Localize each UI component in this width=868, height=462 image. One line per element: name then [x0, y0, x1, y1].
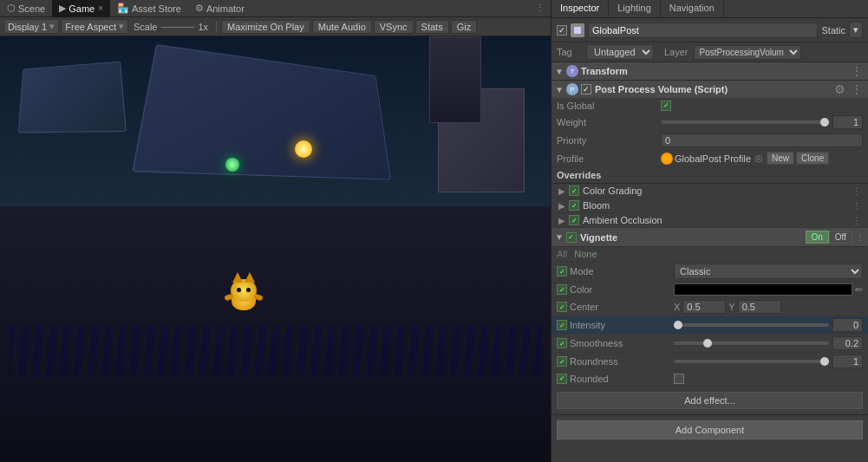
scene-character [232, 279, 256, 300]
display-dropdown[interactable]: Display 1 ▾ [3, 19, 59, 34]
game-viewport [0, 36, 551, 462]
post-process-title: Post Process Volume (Script) [595, 84, 832, 94]
profile-icon [661, 153, 673, 165]
override-ambient-occlusion[interactable]: ▶ Ambient Occlusion ⋮ [551, 213, 868, 228]
center-x-input[interactable] [682, 300, 726, 314]
post-process-icon: P [566, 83, 578, 95]
intensity-check[interactable] [557, 320, 567, 330]
object-icon [571, 23, 584, 37]
scene-bg-box [429, 36, 481, 123]
tab-bar: ⬡ Scene ▶ Game × 🏪 Asset Store ⚙ Animato… [0, 0, 551, 17]
roundness-row-left: Roundness [557, 356, 674, 367]
rounded-check[interactable] [557, 374, 567, 384]
add-component-btn[interactable]: Add Component [557, 420, 863, 439]
color-picker-icon[interactable]: ✏ [855, 284, 863, 296]
scene-object-platform [132, 44, 390, 180]
toolbar-sep-1 [216, 21, 217, 33]
tab-bar-right: ⋮ [532, 3, 551, 14]
stats-btn[interactable]: Stats [415, 20, 449, 34]
vsync-btn[interactable]: VSync [374, 20, 414, 34]
intensity-slider[interactable] [674, 323, 829, 327]
center-x-label: X [674, 302, 680, 312]
center-y-label: Y [728, 302, 734, 312]
gizmos-btn[interactable]: Giz [451, 20, 478, 34]
mode-label: Mode [570, 266, 674, 277]
profile-btn-group: New Clone [767, 152, 829, 165]
override-bloom[interactable]: ▶ Bloom ⋮ [551, 198, 868, 213]
weight-value: 1 [661, 115, 863, 129]
bloom-check[interactable] [569, 200, 579, 211]
add-effect-btn[interactable]: Add effect... [557, 392, 863, 409]
tab-asset-store[interactable]: 🏪 Asset Store [110, 0, 188, 17]
maximize-on-play-btn[interactable]: Maximize On Play [221, 20, 310, 34]
none-btn[interactable]: None [574, 249, 597, 259]
scene-glow-1 [295, 140, 312, 158]
mode-row: Mode Classic [551, 262, 868, 282]
center-value: X Y [674, 300, 863, 314]
object-active-checkbox[interactable] [557, 25, 567, 36]
vignette-off-btn[interactable]: Off [829, 231, 852, 244]
profile-row: Profile GlobalPost Profile ◎ New Clone [551, 150, 868, 167]
priority-input[interactable] [661, 133, 863, 147]
center-check[interactable] [557, 302, 567, 312]
tab-animator[interactable]: ⚙ Animator [188, 0, 251, 17]
ambient-occlusion-check[interactable] [569, 215, 579, 225]
rounded-label: Rounded [570, 374, 674, 384]
ambient-occlusion-arrow: ▶ [558, 216, 565, 225]
static-dropdown-btn[interactable]: ▾ [849, 22, 863, 38]
tab-lighting[interactable]: Lighting [609, 0, 661, 17]
vignette-menu-btn[interactable]: ⋮ [856, 232, 865, 242]
mute-audio-btn[interactable]: Mute Audio [312, 20, 372, 34]
object-name-input[interactable] [588, 23, 818, 38]
profile-picker-btn[interactable]: ◎ [754, 153, 763, 164]
tab-inspector[interactable]: Inspector [551, 0, 609, 17]
mode-check[interactable] [557, 266, 567, 277]
color-grading-check[interactable] [569, 185, 579, 196]
mode-select[interactable]: Classic [674, 264, 863, 279]
weight-number: 1 [832, 115, 863, 129]
post-process-settings-btn[interactable]: ⚙ [832, 83, 847, 95]
weight-slider[interactable] [661, 120, 829, 124]
is-global-checkbox[interactable] [661, 101, 671, 111]
tab-game[interactable]: ▶ Game × [52, 0, 110, 17]
tab-navigation[interactable]: Navigation [661, 0, 724, 17]
post-process-header[interactable]: ▼ P Post Process Volume (Script) ⚙ ⋮ [551, 81, 868, 98]
color-label: Color [570, 284, 674, 295]
post-process-active-checkbox[interactable] [581, 84, 591, 94]
vignette-on-btn[interactable]: On [806, 231, 829, 244]
bloom-arrow: ▶ [558, 201, 565, 211]
vignette-header[interactable]: ▼ Vignette On Off ⋮ [551, 228, 868, 247]
smoothness-check[interactable] [557, 338, 567, 348]
transform-header[interactable]: ▼ T Transform ⋮ [551, 62, 868, 80]
center-row: Center X Y [551, 298, 868, 316]
static-label: Static [821, 25, 845, 36]
tag-select[interactable]: Untagged [586, 44, 654, 60]
all-label: All [557, 249, 567, 259]
rounded-checkbox[interactable] [674, 374, 684, 384]
post-process-menu-btn[interactable]: ⋮ [849, 83, 865, 95]
mode-value: Classic [674, 264, 863, 279]
vignette-check[interactable] [566, 232, 577, 243]
override-color-grading[interactable]: ▶ Color Grading ⋮ [551, 184, 868, 198]
color-swatch[interactable] [674, 283, 852, 296]
inspector-tab-bar: Inspector Lighting Navigation [551, 0, 868, 18]
aspect-dropdown[interactable]: Free Aspect ▾ [61, 19, 128, 34]
profile-clone-btn[interactable]: Clone [796, 152, 829, 165]
roundness-check[interactable] [557, 356, 567, 367]
tab-menu-icon[interactable]: ⋮ [532, 3, 547, 14]
center-y-input[interactable] [738, 300, 781, 314]
smoothness-slider[interactable] [674, 342, 829, 345]
tag-layer-row: Tag Untagged Layer PostProcessingVolum [551, 42, 868, 62]
tab-scene[interactable]: ⬡ Scene [0, 0, 52, 17]
layer-select[interactable]: PostProcessingVolum [694, 45, 801, 60]
roundness-label: Roundness [570, 356, 674, 367]
roundness-value: 1 [674, 355, 863, 368]
profile-new-btn[interactable]: New [767, 152, 794, 165]
color-check[interactable] [557, 284, 567, 295]
bloom-actions: ⋮ [852, 201, 861, 211]
weight-label: Weight [557, 117, 661, 127]
roundness-slider[interactable] [674, 360, 829, 363]
tab-close-icon[interactable]: × [98, 3, 103, 13]
transform-menu-btn[interactable]: ⋮ [849, 65, 865, 77]
layer-label: Layer [664, 47, 689, 57]
